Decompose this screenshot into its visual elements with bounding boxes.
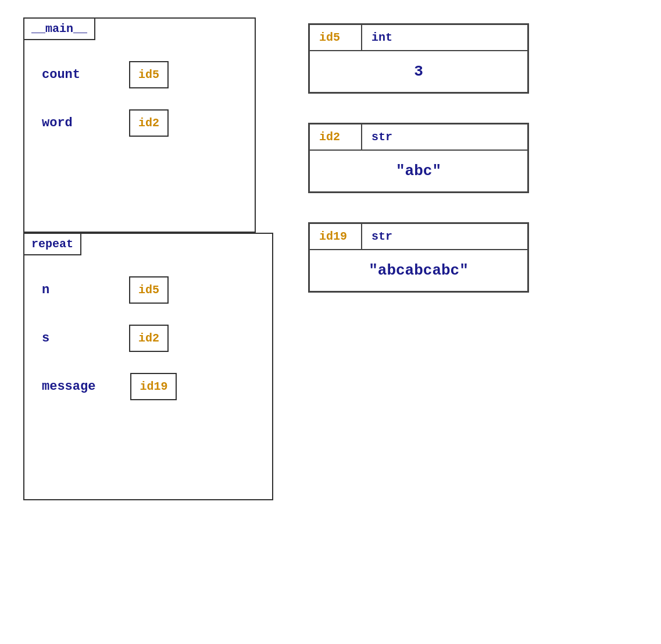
id-box-word: id2 bbox=[129, 109, 169, 137]
value-card-id2-type: str bbox=[362, 124, 527, 150]
var-label-s: s bbox=[42, 331, 94, 346]
var-label-message: message bbox=[42, 379, 95, 394]
value-card-id5-type: int bbox=[362, 25, 527, 50]
value-card-id19-id: id19 bbox=[310, 224, 362, 249]
repeat-frame: repeat n id5 s id2 message id19 bbox=[23, 233, 273, 500]
id-box-n: id5 bbox=[129, 276, 169, 304]
var-row-n: n id5 bbox=[24, 266, 272, 314]
left-column: __main__ count id5 word id2 repeat bbox=[23, 17, 273, 627]
value-card-id19: id19 str "abcabcabc" bbox=[308, 222, 529, 293]
var-label-count: count bbox=[42, 67, 94, 82]
var-row-s: s id2 bbox=[24, 314, 272, 362]
main-frame-tab: __main__ bbox=[23, 17, 95, 40]
var-row-count: count id5 bbox=[24, 51, 255, 99]
var-label-n: n bbox=[42, 283, 94, 297]
value-card-id5-id: id5 bbox=[310, 25, 362, 50]
value-card-id2-id: id2 bbox=[310, 124, 362, 150]
id-box-s: id2 bbox=[129, 325, 169, 352]
repeat-frame-content: n id5 s id2 message id19 bbox=[24, 234, 272, 411]
right-column: id5 int 3 id2 str "abc" id19 str "abcabc… bbox=[308, 17, 529, 627]
id-box-count: id5 bbox=[129, 61, 169, 88]
repeat-frame-tab: repeat bbox=[23, 233, 81, 255]
var-row-word: word id2 bbox=[24, 99, 255, 147]
value-card-id19-type: str bbox=[362, 224, 527, 249]
value-card-id5-value: 3 bbox=[310, 51, 527, 92]
value-card-id2-value: "abc" bbox=[310, 151, 527, 191]
main-layout: __main__ count id5 word id2 repeat bbox=[0, 0, 661, 644]
value-card-id2: id2 str "abc" bbox=[308, 123, 529, 193]
main-frame: __main__ count id5 word id2 bbox=[23, 17, 256, 233]
value-card-id5-header: id5 int bbox=[310, 25, 527, 51]
value-card-id19-header: id19 str bbox=[310, 224, 527, 250]
var-label-word: word bbox=[42, 116, 94, 130]
value-card-id19-value: "abcabcabc" bbox=[310, 250, 527, 291]
value-card-id2-header: id2 str bbox=[310, 124, 527, 151]
value-card-id5: id5 int 3 bbox=[308, 23, 529, 94]
var-row-message: message id19 bbox=[24, 362, 272, 411]
id-box-message: id19 bbox=[130, 373, 177, 400]
